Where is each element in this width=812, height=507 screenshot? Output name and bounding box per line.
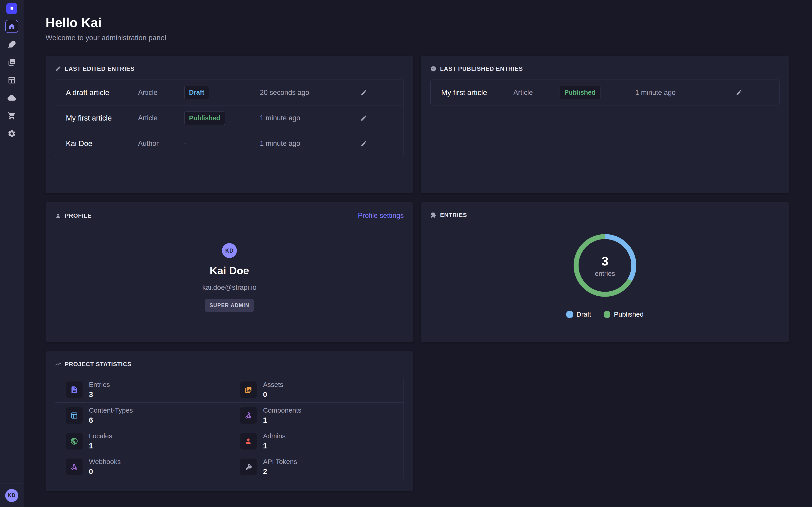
sidebar-item-deployments[interactable] [7, 93, 17, 103]
sidebar-item-settings[interactable] [7, 129, 17, 138]
feather-icon [7, 40, 16, 49]
table-row[interactable]: Kai Doe Author - 1 minute ago [55, 131, 404, 156]
trending-up-icon [55, 361, 61, 367]
entry-type: Article [138, 114, 184, 122]
logo-section [0, 0, 23, 17]
stat-value: 1 [89, 442, 112, 450]
panel-title: LAST PUBLISHED ENTRIES [440, 65, 523, 72]
panel-head: LAST PUBLISHED ENTRIES [430, 65, 779, 72]
entry-time: 1 minute ago [260, 114, 356, 122]
entry-name: Kai Doe [66, 139, 138, 148]
edit-entry-button[interactable] [357, 137, 370, 150]
stat-value: 0 [89, 467, 121, 476]
entry-type: Author [138, 139, 184, 148]
entry-name: A draft article [66, 88, 138, 97]
strapi-logo[interactable] [6, 3, 17, 14]
stat-label: Content-Types [89, 406, 133, 414]
stat-value: 0 [263, 390, 283, 399]
puzzle-icon [430, 212, 437, 218]
sidebar-item-media-library[interactable] [7, 57, 17, 67]
chart-legend: Draft Published [566, 311, 644, 318]
stat-assets: Assets 0 [230, 377, 404, 403]
stat-label: Components [263, 406, 301, 414]
panel-head: PROJECT STATISTICS [55, 361, 404, 368]
panel-title: LAST EDITED ENTRIES [65, 65, 135, 72]
layout-icon [7, 76, 16, 84]
entries-total: 3 [601, 254, 608, 268]
panel-entries-chart: ENTRIES 3 entries Draft [421, 202, 789, 342]
legend-item-published: Published [604, 311, 644, 318]
dashboard-grid: LAST EDITED ENTRIES A draft article Arti… [46, 56, 812, 491]
gear-icon [7, 129, 16, 138]
panel-title: ENTRIES [440, 212, 467, 219]
status-badge: Published [184, 112, 225, 125]
status-badge: Draft [184, 86, 209, 99]
layout-icon [66, 407, 83, 424]
entry-time: 1 minute ago [260, 139, 356, 148]
last-edited-table: A draft article Article Draft 20 seconds… [55, 79, 404, 156]
stat-webhooks: Webhooks 0 [55, 454, 230, 480]
panel-head: PROFILE Profile settings [55, 212, 404, 220]
edit-entry-button[interactable] [357, 112, 370, 124]
sidebar-item-marketplace[interactable] [7, 111, 17, 121]
entries-chart: 3 entries Draft Published [430, 232, 779, 318]
profile-name: Kai Doe [210, 264, 249, 277]
user-avatar[interactable]: KD [5, 489, 18, 502]
legend-label: Draft [576, 311, 591, 318]
user-icon [55, 213, 61, 219]
published-swatch [604, 311, 610, 318]
sidebar: KD [0, 0, 23, 507]
stat-label: Locales [89, 432, 112, 440]
sidebar-item-content-type-builder[interactable] [7, 75, 17, 85]
sidebar-nav [5, 17, 18, 484]
key-icon [240, 459, 257, 475]
panel-title: PROJECT STATISTICS [65, 361, 132, 368]
check-circle-icon [430, 66, 437, 72]
table-row[interactable]: My first article Article Published 1 min… [55, 105, 404, 131]
empty-grid-cell [421, 351, 789, 491]
globe-icon [66, 433, 83, 450]
entry-time: 1 minute ago [635, 89, 731, 97]
entry-type: Article [513, 89, 560, 97]
panel-last-edited-entries: LAST EDITED ENTRIES A draft article Arti… [46, 56, 413, 193]
edit-entry-button[interactable] [357, 86, 370, 99]
stat-entries: Entries 3 [55, 377, 230, 403]
stat-label: Admins [263, 432, 286, 440]
sidebar-item-home[interactable] [5, 20, 18, 33]
stat-value: 6 [89, 416, 133, 425]
table-row[interactable]: A draft article Article Draft 20 seconds… [55, 80, 404, 105]
entry-name: My first article [66, 114, 138, 122]
edit-entry-button[interactable] [733, 86, 746, 99]
panel-head: ENTRIES [430, 212, 779, 219]
sidebar-item-content-manager[interactable] [7, 40, 17, 50]
panel-title: PROFILE [65, 212, 92, 219]
stat-value: 1 [263, 416, 301, 425]
molecule-icon [240, 407, 257, 424]
status-empty: - [184, 139, 260, 148]
stat-label: Webhooks [89, 458, 121, 465]
stat-label: Assets [263, 381, 283, 389]
entry-name: My first article [441, 88, 513, 97]
webhook-icon [66, 459, 83, 475]
pencil-icon [360, 140, 367, 147]
profile-body: KD Kai Doe kai.doe@strapi.io SUPER ADMIN [55, 243, 404, 312]
entries-total-label: entries [595, 270, 615, 277]
status-badge: Published [560, 86, 600, 99]
stat-admins: Admins 1 [230, 428, 404, 454]
panel-project-statistics: PROJECT STATISTICS Entries 3 [46, 351, 413, 491]
last-published-table: My first article Article Published 1 min… [430, 79, 779, 105]
images-icon [7, 58, 16, 67]
panel-head-left: PROFILE [55, 212, 92, 219]
page-subtitle: Welcome to your administration panel [46, 34, 812, 42]
donut-center: 3 entries [571, 232, 639, 299]
profile-settings-link[interactable]: Profile settings [358, 212, 404, 220]
stat-value: 3 [89, 390, 110, 399]
entry-type: Article [138, 89, 184, 97]
draft-swatch [566, 311, 573, 318]
pencil-icon [736, 89, 743, 96]
stat-components: Components 1 [230, 403, 404, 428]
cart-icon [7, 112, 16, 120]
pencil-icon [360, 115, 367, 121]
table-row[interactable]: My first article Article Published 1 min… [430, 80, 779, 105]
panel-profile: PROFILE Profile settings KD Kai Doe kai.… [46, 202, 413, 342]
